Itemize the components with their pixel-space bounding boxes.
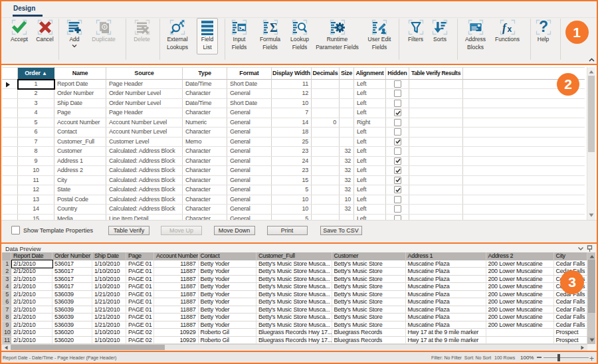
- svg-text:?: ?: [538, 19, 548, 35]
- svg-text:x: x: [507, 25, 512, 34]
- svg-text:Σ: Σ: [270, 21, 278, 35]
